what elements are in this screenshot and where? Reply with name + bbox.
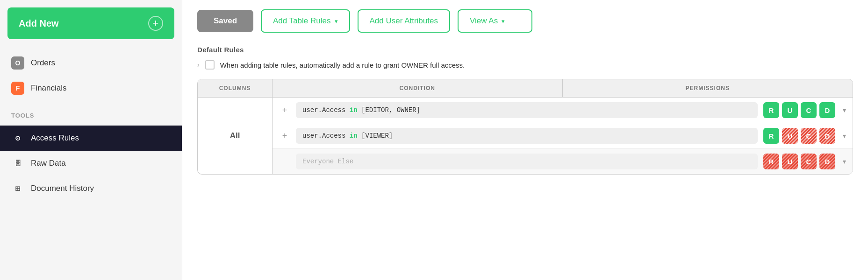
tools-section-label: TOOLS [0, 105, 182, 122]
add-table-rules-button[interactable]: Add Table Rules ▾ [261, 9, 350, 33]
sidebar-item-access-rules[interactable]: ⊙ Access Rules [0, 126, 182, 151]
table-row: + user.Access in [VIEWER] R U C [273, 123, 853, 149]
toolbar: Saved Add Table Rules ▾ Add User Attribu… [197, 9, 853, 33]
col-header-condition: CONDITION [273, 79, 563, 97]
perm-u-1[interactable]: U [782, 102, 798, 118]
perm-d-1[interactable]: D [819, 102, 835, 118]
orders-icon: O [11, 56, 24, 70]
table-row: + user.Access in [EDITOR, OWNER] R U C D… [273, 98, 853, 123]
perm-d-3[interactable]: D [819, 154, 835, 169]
condition-keyword-2: in [350, 132, 358, 140]
perm-d-2[interactable]: D [819, 128, 835, 144]
condition-text-2a: user.Access [302, 132, 350, 140]
target-icon: ⊙ [11, 132, 24, 145]
condition-text-1a: user.Access [302, 106, 350, 114]
orders-label: Orders [31, 58, 55, 68]
add-table-rules-label: Add Table Rules [273, 16, 331, 26]
document-history-label: Document History [31, 184, 94, 193]
condition-pill-3[interactable]: Everyone Else [296, 154, 758, 169]
sidebar-item-raw-data[interactable]: 🗄 Raw Data [0, 151, 182, 176]
permissions-1: R U C D [763, 102, 835, 118]
perm-c-1[interactable]: C [801, 102, 817, 118]
add-user-attributes-button[interactable]: Add User Attributes [358, 9, 450, 33]
perm-r-1[interactable]: R [763, 102, 779, 118]
view-as-button[interactable]: View As ▾ [458, 9, 532, 33]
rules-table: COLUMNS CONDITION PERMISSIONS All + user… [197, 79, 853, 175]
saved-label: Saved [214, 16, 237, 25]
add-new-button[interactable]: Add New + [7, 7, 174, 39]
default-rules-title: Default Rules [197, 46, 853, 54]
access-rules-label: Access Rules [31, 133, 79, 143]
permissions-3: R U C D [763, 154, 835, 169]
add-table-rules-chevron: ▾ [335, 18, 338, 25]
database-icon: 🗄 [11, 157, 24, 170]
owner-rule-checkbox[interactable] [205, 60, 215, 70]
add-condition-icon-2[interactable]: + [279, 131, 290, 141]
financials-icon: F [11, 82, 24, 95]
view-as-label: View As [470, 16, 498, 26]
owner-rule-text: When adding table rules, automatically a… [220, 61, 465, 69]
default-rule-row: › When adding table rules, automatically… [197, 60, 853, 70]
col-header-permissions: PERMISSIONS [563, 79, 853, 97]
permissions-2: R U C D [763, 128, 835, 144]
main-content: Saved Add Table Rules ▾ Add User Attribu… [182, 0, 868, 280]
perm-r-3[interactable]: R [763, 154, 779, 169]
raw-data-label: Raw Data [31, 159, 66, 168]
rules-rows: + user.Access in [EDITOR, OWNER] R U C D… [273, 98, 853, 174]
perm-r-2[interactable]: R [763, 128, 779, 144]
condition-text-3: Everyone Else [302, 158, 353, 165]
col-header-columns: COLUMNS [198, 79, 273, 97]
condition-pill-1[interactable]: user.Access in [EDITOR, OWNER] [296, 102, 758, 118]
condition-text-1b: [EDITOR, OWNER] [358, 106, 420, 114]
perm-u-3[interactable]: U [782, 154, 798, 169]
expand-arrow-icon[interactable]: › [197, 61, 200, 69]
perm-u-2[interactable]: U [782, 128, 798, 144]
col-all-cell: All [198, 98, 273, 174]
table-row: + Everyone Else R U [273, 149, 853, 174]
row-expand-1[interactable]: ▾ [843, 106, 846, 114]
saved-button[interactable]: Saved [197, 10, 253, 32]
table-header: COLUMNS CONDITION PERMISSIONS [198, 79, 853, 98]
nav-items: O Orders F Financials [0, 47, 182, 105]
add-user-attributes-label: Add User Attributes [370, 16, 438, 26]
row-expand-3[interactable]: ▾ [843, 158, 846, 165]
tools-items: ⊙ Access Rules 🗄 Raw Data ⊞ Document His… [0, 122, 182, 205]
sidebar-item-orders[interactable]: O Orders [0, 50, 182, 76]
sidebar-item-document-history[interactable]: ⊞ Document History [0, 176, 182, 201]
row-expand-2[interactable]: ▾ [843, 132, 846, 140]
add-new-label: Add New [19, 18, 59, 29]
sidebar: Add New + O Orders F Financials TOOLS ⊙ … [0, 0, 182, 280]
add-condition-icon[interactable]: + [279, 105, 290, 115]
history-icon: ⊞ [11, 182, 24, 195]
table-body: All + user.Access in [EDITOR, OWNER] R U… [198, 98, 853, 174]
view-as-chevron: ▾ [502, 18, 505, 25]
condition-pill-2[interactable]: user.Access in [VIEWER] [296, 128, 758, 144]
plus-icon: + [148, 16, 163, 31]
condition-text-2b: [VIEWER] [358, 132, 393, 140]
perm-c-3[interactable]: C [801, 154, 817, 169]
condition-keyword-1: in [350, 106, 358, 114]
financials-label: Financials [31, 84, 67, 93]
sidebar-item-financials[interactable]: F Financials [0, 76, 182, 101]
perm-c-2[interactable]: C [801, 128, 817, 144]
